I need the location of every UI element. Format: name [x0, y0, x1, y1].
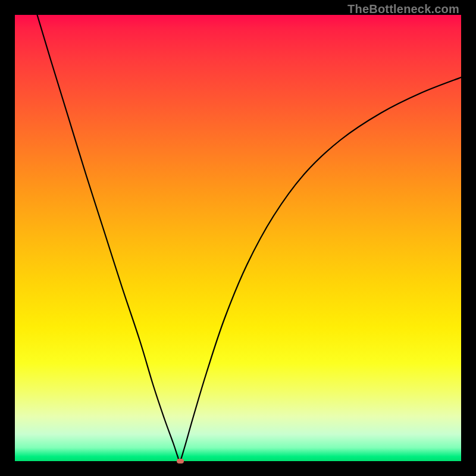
- plot-area: [15, 15, 461, 461]
- curve-svg: [15, 15, 461, 461]
- watermark-text: TheBottleneck.com: [347, 2, 459, 16]
- chart-frame: TheBottleneck.com: [0, 0, 476, 476]
- bottleneck-curve: [37, 15, 462, 461]
- minimum-marker: [177, 459, 184, 464]
